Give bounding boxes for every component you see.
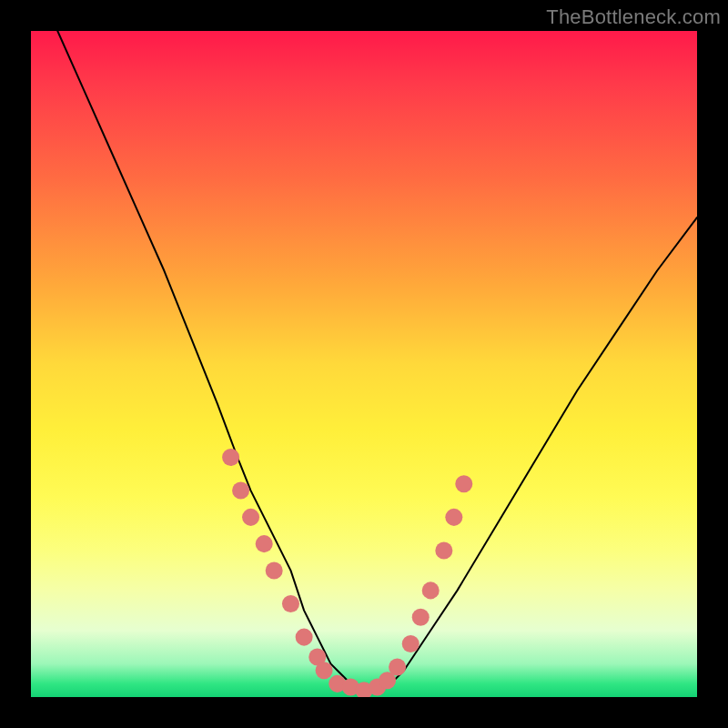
chart-plot-area bbox=[31, 31, 697, 697]
chart-dot bbox=[316, 662, 333, 679]
chart-dot bbox=[445, 509, 462, 526]
chart-svg bbox=[31, 31, 697, 697]
chart-frame: TheBottleneck.com bbox=[0, 0, 728, 728]
chart-dot bbox=[222, 449, 239, 466]
chart-dot bbox=[282, 595, 299, 612]
chart-dot bbox=[422, 581, 440, 599]
chart-dots bbox=[222, 449, 472, 697]
watermark-text: TheBottleneck.com bbox=[546, 5, 721, 29]
chart-dot bbox=[232, 482, 249, 500]
chart-dot bbox=[412, 609, 430, 626]
chart-dot bbox=[402, 635, 420, 652]
chart-dot bbox=[266, 561, 283, 579]
chart-curve bbox=[57, 31, 697, 691]
chart-dot bbox=[296, 629, 313, 646]
chart-dot bbox=[389, 659, 406, 676]
chart-dot bbox=[455, 475, 472, 492]
chart-dot bbox=[435, 541, 452, 559]
chart-dot bbox=[256, 535, 273, 552]
chart-dot bbox=[242, 509, 259, 526]
